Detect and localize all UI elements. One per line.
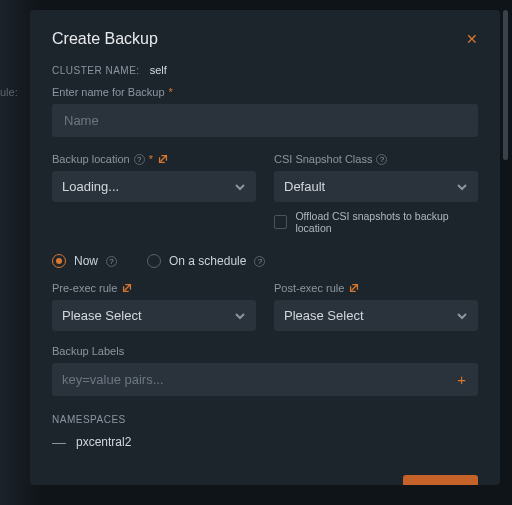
pre-exec-select[interactable]: Please Select — [52, 300, 256, 331]
plus-icon[interactable]: + — [455, 371, 468, 388]
close-icon[interactable]: ✕ — [466, 32, 478, 46]
backup-location-select[interactable]: Loading... — [52, 171, 256, 202]
backup-labels-input[interactable] — [62, 372, 455, 387]
post-exec-value: Please Select — [284, 308, 364, 323]
modal-title: Create Backup — [52, 30, 158, 48]
schedule-sched-label: On a schedule — [169, 254, 246, 268]
chevron-down-icon — [456, 181, 468, 193]
help-icon[interactable]: ? — [376, 154, 387, 165]
create-button[interactable]: Create — [403, 475, 478, 485]
chevron-down-icon — [456, 310, 468, 322]
offload-label: Offload CSI snapshots to backup location — [295, 210, 478, 234]
csi-snapshot-select[interactable]: Default — [274, 171, 478, 202]
help-icon[interactable]: ? — [254, 256, 265, 267]
namespace-name: pxcentral2 — [76, 435, 131, 449]
pre-exec-value: Please Select — [62, 308, 142, 323]
csi-snapshot-label-text: CSI Snapshot Class — [274, 153, 372, 165]
offload-checkbox[interactable] — [274, 215, 287, 229]
radio-icon — [147, 254, 161, 268]
schedule-now-radio[interactable]: Now ? — [52, 254, 117, 268]
backup-name-label-text: Enter name for Backup — [52, 86, 165, 98]
help-icon[interactable]: ? — [106, 256, 117, 267]
scrollbar[interactable] — [503, 10, 508, 485]
chevron-down-icon — [234, 181, 246, 193]
cluster-name-value: self — [150, 64, 167, 76]
namespaces-heading: NAMESPACES — [52, 414, 478, 425]
backup-location-value: Loading... — [62, 179, 119, 194]
post-exec-select[interactable]: Please Select — [274, 300, 478, 331]
schedule-on-schedule-radio[interactable]: On a schedule ? — [147, 254, 265, 268]
csi-snapshot-label: CSI Snapshot Class ? — [274, 153, 478, 165]
pre-exec-label: Pre-exec rule — [52, 282, 256, 294]
backup-name-label: Enter name for Backup* — [52, 86, 478, 98]
external-link-icon[interactable] — [348, 282, 360, 294]
remove-namespace-icon[interactable]: — — [52, 435, 66, 449]
backup-labels-input-wrap: + — [52, 363, 478, 396]
backdrop-hint: ule: — [0, 86, 18, 98]
external-link-icon[interactable] — [157, 153, 169, 165]
schedule-now-label: Now — [74, 254, 98, 268]
backup-labels-label: Backup Labels — [52, 345, 478, 357]
pre-exec-label-text: Pre-exec rule — [52, 282, 117, 294]
post-exec-label: Post-exec rule — [274, 282, 478, 294]
backup-name-input[interactable] — [52, 104, 478, 137]
cancel-button[interactable]: Cancel — [347, 482, 387, 485]
backup-location-label: Backup location ?* — [52, 153, 256, 165]
chevron-down-icon — [234, 310, 246, 322]
cluster-name-label: CLUSTER NAME: — [52, 65, 140, 76]
create-backup-modal: Create Backup ✕ CLUSTER NAME: self Enter… — [30, 10, 500, 485]
scrollbar-thumb[interactable] — [503, 10, 508, 160]
external-link-icon[interactable] — [121, 282, 133, 294]
radio-icon — [52, 254, 66, 268]
backup-location-label-text: Backup location — [52, 153, 130, 165]
help-icon[interactable]: ? — [134, 154, 145, 165]
csi-snapshot-value: Default — [284, 179, 325, 194]
namespace-item: — pxcentral2 — [52, 435, 478, 449]
post-exec-label-text: Post-exec rule — [274, 282, 344, 294]
